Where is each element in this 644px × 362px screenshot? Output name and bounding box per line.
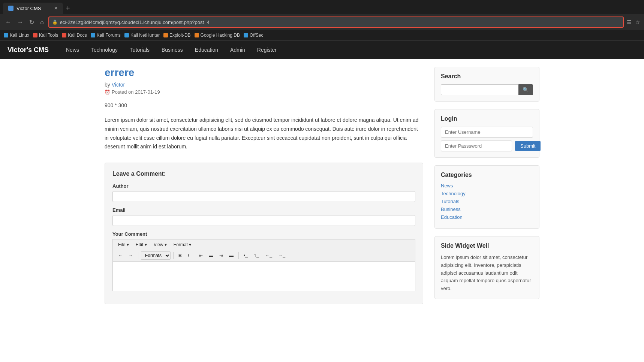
ordered-list-button[interactable]: 1⎯ xyxy=(252,252,261,259)
site-nav-links: News Technology Tutorials Business Educa… xyxy=(60,41,283,58)
align-left-button[interactable]: ⇤ xyxy=(197,252,205,259)
address-input[interactable] xyxy=(60,19,620,25)
tab-bar: Victor CMS ✕ + xyxy=(0,0,644,14)
toolbar-separator-1 xyxy=(138,252,138,259)
forward-button[interactable]: → xyxy=(16,18,25,26)
bookmark-google-hacking[interactable]: Google Hacking DB xyxy=(195,33,240,38)
bookmarks-bar: Kali Linux Kali Tools Kali Docs Kali For… xyxy=(0,30,644,40)
outdent-button[interactable]: ←⎯ xyxy=(263,252,274,259)
tab-close-button[interactable]: ✕ xyxy=(54,6,58,11)
bookmark-kali-tools[interactable]: Kali Tools xyxy=(33,33,58,38)
align-center-button[interactable]: ▬ xyxy=(207,252,216,259)
username-input[interactable] xyxy=(441,127,533,138)
login-widget-title: Login xyxy=(441,115,533,122)
view-menu-button[interactable]: View ▾ xyxy=(151,241,169,248)
post-date: Posted on 2017-01-19 xyxy=(112,89,160,95)
tab-favicon xyxy=(8,6,13,11)
search-row: 🔍 xyxy=(441,84,533,95)
kali-linux-favicon xyxy=(4,33,8,37)
nav-admin[interactable]: Admin xyxy=(224,41,251,58)
edit-menu-button[interactable]: Edit ▾ xyxy=(133,241,149,248)
exploit-db-favicon xyxy=(163,33,168,37)
search-input[interactable] xyxy=(441,84,518,95)
clock-icon: ⏰ xyxy=(105,90,110,95)
nav-tutorials[interactable]: Tutorials xyxy=(124,41,156,58)
nav-register[interactable]: Register xyxy=(251,41,283,58)
redo-button[interactable]: → xyxy=(126,252,135,259)
bookmark-kali-linux-label: Kali Linux xyxy=(10,33,29,38)
reader-mode-icon[interactable]: ☰ xyxy=(627,19,632,25)
comment-label: Your Comment xyxy=(112,231,415,237)
italic-button[interactable]: I xyxy=(186,252,191,259)
kali-nethunter-favicon xyxy=(124,33,129,37)
nav-education[interactable]: Education xyxy=(189,41,224,58)
category-technology[interactable]: Technology xyxy=(441,191,533,196)
login-row: Submit xyxy=(441,141,533,151)
side-widget-title: Side Widget Well xyxy=(441,242,533,249)
side-widget-well: Side Widget Well Lorem ipsum dolor sit a… xyxy=(434,236,539,299)
password-input[interactable] xyxy=(441,141,512,151)
category-tutorials[interactable]: Tutorials xyxy=(441,199,533,204)
nav-news[interactable]: News xyxy=(60,41,85,58)
align-justify-button[interactable]: ▬ xyxy=(227,252,236,259)
post-image-placeholder: 900 * 300 xyxy=(105,102,423,108)
undo-button[interactable]: ← xyxy=(116,252,125,259)
author-input[interactable] xyxy=(112,191,415,202)
reload-button[interactable]: ↻ xyxy=(28,18,36,27)
back-button[interactable]: ← xyxy=(4,18,13,26)
file-menu-button[interactable]: File ▾ xyxy=(116,241,131,248)
category-education[interactable]: Education xyxy=(441,214,533,220)
formats-select[interactable]: Formats xyxy=(141,251,171,260)
address-bar-wrapper: 🔒 xyxy=(48,16,624,28)
bookmark-kali-docs[interactable]: Kali Docs xyxy=(62,33,87,38)
category-business[interactable]: Business xyxy=(441,206,533,212)
sidebar: Search 🔍 Login Submit Categories News Te… xyxy=(434,67,539,307)
email-label: Email xyxy=(112,207,415,213)
bold-button[interactable]: B xyxy=(176,252,184,259)
offsec-favicon xyxy=(244,33,248,37)
email-group: Email xyxy=(112,207,415,226)
login-widget: Login Submit xyxy=(434,109,539,158)
bookmark-kali-linux[interactable]: Kali Linux xyxy=(4,33,29,38)
align-right-button[interactable]: ⇥ xyxy=(217,252,225,259)
post-title: errere xyxy=(105,67,423,79)
search-widget: Search 🔍 xyxy=(434,67,539,102)
author-label: Author xyxy=(112,183,415,189)
post-author-link[interactable]: Victor xyxy=(112,82,125,88)
kali-forums-favicon xyxy=(91,33,95,37)
editor-content-area[interactable] xyxy=(112,261,415,291)
category-news[interactable]: News xyxy=(441,183,533,188)
author-group: Author xyxy=(112,183,415,202)
unordered-list-button[interactable]: •⎯ xyxy=(241,252,250,259)
lock-icon: 🔒 xyxy=(52,19,58,25)
comment-section: Leave a Comment: Author Email Your Comme… xyxy=(105,163,423,304)
new-tab-button[interactable]: + xyxy=(63,4,73,12)
bookmark-kali-forums[interactable]: Kali Forums xyxy=(91,33,121,38)
post-article: errere by Victor ⏰ Posted on 2017-01-19 … xyxy=(105,67,423,151)
search-button[interactable]: 🔍 xyxy=(518,84,533,95)
bookmark-kali-docs-label: Kali Docs xyxy=(68,33,87,38)
bookmark-icon[interactable]: ☆ xyxy=(635,19,640,25)
indent-button[interactable]: →⎯ xyxy=(276,252,288,259)
bookmark-offsec[interactable]: OffSec xyxy=(244,33,263,38)
login-submit-button[interactable]: Submit xyxy=(515,141,541,151)
post-body: Lorem ipsum dolor sit amet, consectetur … xyxy=(105,116,423,151)
bookmark-exploit-db[interactable]: Exploit-DB xyxy=(163,33,191,38)
toolbar-separator-3 xyxy=(194,252,194,259)
kali-docs-favicon xyxy=(62,33,66,37)
tab-title: Victor CMS xyxy=(16,6,41,11)
browser-chrome: Victor CMS ✕ + ← → ↻ ⌂ 🔒 ☰ ☆ Kali Linux … xyxy=(0,0,644,40)
site-brand[interactable]: Victor's CMS xyxy=(7,46,49,54)
toolbar-separator-2 xyxy=(173,252,174,259)
home-button[interactable]: ⌂ xyxy=(39,18,45,26)
format-menu-button[interactable]: Format ▾ xyxy=(171,241,193,248)
active-tab[interactable]: Victor CMS ✕ xyxy=(3,3,63,14)
comment-title: Leave a Comment: xyxy=(112,171,415,177)
nav-technology[interactable]: Technology xyxy=(85,41,124,58)
email-input[interactable] xyxy=(112,215,415,226)
editor-toolbar-row2: ← → Formats B I ⇤ ▬ ⇥ ▬ •⎯ 1⎯ xyxy=(112,250,415,261)
post-meta: ⏰ Posted on 2017-01-19 xyxy=(105,89,423,95)
bookmark-kali-nethunter-label: Kali NetHunter xyxy=(130,33,160,38)
nav-business[interactable]: Business xyxy=(156,41,189,58)
bookmark-kali-nethunter[interactable]: Kali NetHunter xyxy=(124,33,160,38)
